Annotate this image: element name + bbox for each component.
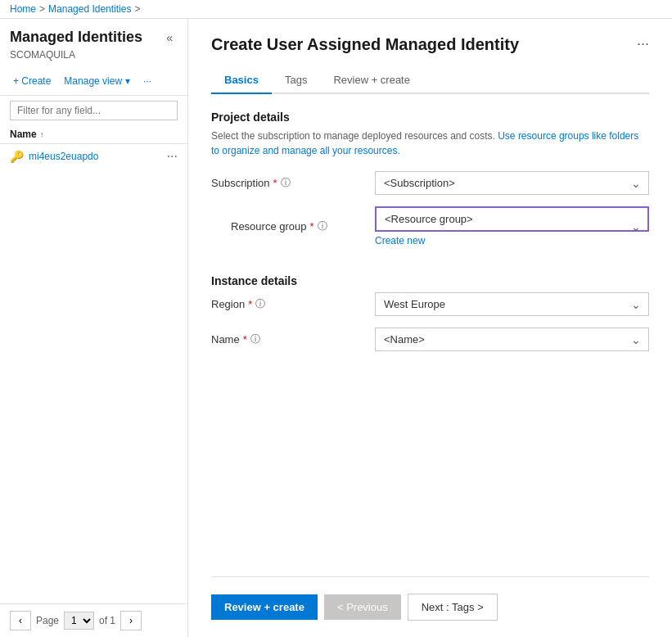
sidebar-collapse-button[interactable]: « [161, 29, 178, 46]
chevron-down-icon: ▾ [125, 75, 130, 87]
instance-details-section: Instance details Region * ⓘ West Europe … [211, 274, 649, 363]
project-desc-plain: Select the subscription to manage deploy… [211, 130, 498, 142]
create-button[interactable]: + Create [10, 72, 54, 90]
resource-group-control: <Resource group> Create new [375, 206, 649, 246]
region-info-icon[interactable]: ⓘ [255, 297, 265, 311]
tab-tags[interactable]: Tags [272, 67, 320, 94]
instance-details-title: Instance details [211, 274, 649, 287]
resource-group-row: Resource group * ⓘ <Resource group> Crea… [211, 206, 649, 246]
sidebar-footer: ‹ Page 1 of 1 › [0, 603, 187, 637]
sidebar-filter [0, 96, 187, 125]
panel-header: Create User Assigned Managed Identity ··… [211, 35, 649, 54]
region-control: West Europe [375, 292, 649, 316]
panel-title: Create User Assigned Managed Identity [211, 35, 519, 54]
project-details-title: Project details [211, 111, 649, 124]
page-label: Page [36, 615, 59, 626]
subscription-required: * [273, 177, 277, 189]
previous-button[interactable]: < Previous [324, 594, 401, 620]
prev-page-button[interactable]: ‹ [10, 611, 31, 630]
page-select[interactable]: 1 [64, 612, 94, 630]
breadcrumb-sep1: > [39, 3, 45, 15]
breadcrumb-home[interactable]: Home [10, 3, 36, 15]
name-row: Name * ⓘ <Name> [211, 328, 649, 351]
breadcrumb: Home > Managed Identities > [0, 0, 672, 19]
name-control: <Name> [375, 328, 649, 351]
resource-group-info-icon[interactable]: ⓘ [318, 219, 327, 233]
content-panel: Create User Assigned Managed Identity ··… [188, 19, 672, 637]
name-select[interactable]: <Name> [375, 328, 649, 351]
name-info-icon[interactable]: ⓘ [250, 332, 260, 346]
subscription-info-icon[interactable]: ⓘ [281, 176, 291, 190]
region-select[interactable]: West Europe [375, 292, 649, 316]
item-label: mi4eus2euapdo [29, 151, 162, 162]
name-required: * [243, 333, 247, 346]
region-label: Region * ⓘ [211, 297, 375, 311]
tab-bar: Basics Tags Review + create [211, 67, 649, 94]
item-more-button[interactable]: ··· [167, 149, 178, 164]
sidebar-subtitle: SCOMAQUILA [0, 49, 187, 67]
resource-group-label: Resource group * ⓘ [211, 219, 375, 233]
region-required: * [248, 298, 252, 310]
next-page-button[interactable]: › [120, 611, 142, 630]
of-label: of 1 [99, 615, 115, 626]
project-details-section: Project details Select the subscription … [211, 111, 649, 258]
tab-review-create[interactable]: Review + create [320, 67, 423, 94]
manage-view-button[interactable]: Manage view ▾ [61, 72, 133, 90]
next-button[interactable]: Next : Tags > [408, 594, 498, 621]
panel-footer: Review + create < Previous Next : Tags > [211, 576, 649, 621]
column-header: Name ↑ [0, 125, 187, 144]
resource-group-select[interactable]: <Resource group> [375, 206, 649, 232]
name-label: Name * ⓘ [211, 332, 375, 346]
panel-more-button[interactable]: ··· [637, 35, 649, 52]
sidebar-list: 🔑 mi4eus2euapdo ··· [0, 144, 187, 603]
subscription-row: Subscription * ⓘ <Subscription> [211, 171, 649, 195]
name-column-label: Name [10, 129, 37, 140]
sidebar-toolbar: + Create Manage view ▾ ··· [0, 67, 187, 96]
project-details-desc: Select the subscription to manage deploy… [211, 129, 649, 158]
sidebar-title: Managed Identities [10, 29, 142, 46]
tab-basics[interactable]: Basics [211, 67, 272, 94]
manage-view-label: Manage view [64, 75, 122, 87]
breadcrumb-sep2: > [134, 3, 140, 15]
resource-group-required: * [310, 220, 314, 233]
list-item[interactable]: 🔑 mi4eus2euapdo ··· [0, 144, 187, 169]
sidebar: Managed Identities « SCOMAQUILA + Create… [0, 19, 188, 637]
review-create-button[interactable]: Review + create [211, 594, 318, 620]
region-row: Region * ⓘ West Europe [211, 292, 649, 316]
breadcrumb-managed-identities[interactable]: Managed Identities [48, 3, 131, 15]
subscription-select[interactable]: <Subscription> [375, 171, 649, 195]
filter-input[interactable] [10, 101, 178, 120]
subscription-label: Subscription * ⓘ [211, 176, 375, 190]
create-new-link[interactable]: Create new [375, 235, 649, 246]
identity-icon: 🔑 [10, 150, 24, 163]
toolbar-more-button[interactable]: ··· [140, 72, 155, 90]
subscription-control: <Subscription> [375, 171, 649, 195]
sort-icon[interactable]: ↑ [40, 130, 44, 139]
